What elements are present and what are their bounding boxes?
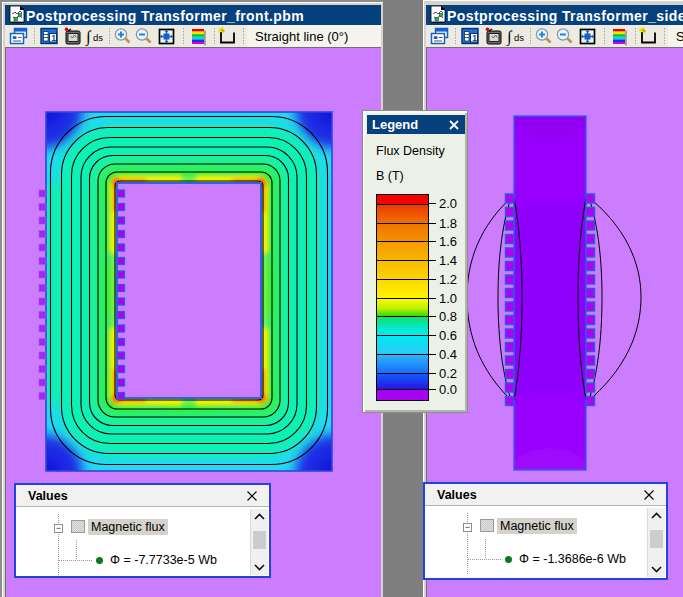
svg-text:1: 1 [51,33,56,43]
svg-text:ds: ds [93,32,103,43]
svg-text:Straight line (0°): Straight line (0°) [255,29,348,44]
svg-text:∫: ∫ [85,28,92,47]
